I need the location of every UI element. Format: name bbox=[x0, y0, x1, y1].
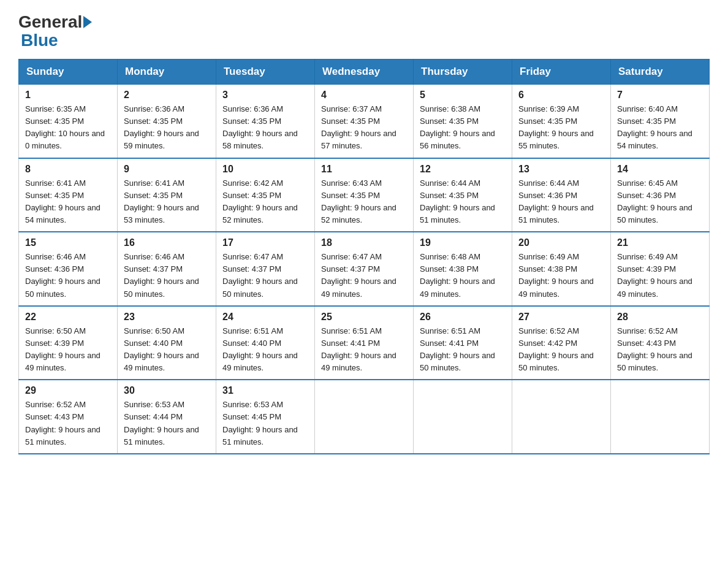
calendar-cell: 10Sunrise: 6:42 AMSunset: 4:35 PMDayligh… bbox=[216, 158, 315, 232]
day-info: Sunrise: 6:52 AMSunset: 4:43 PMDaylight:… bbox=[25, 400, 100, 446]
calendar-table: SundayMondayTuesdayWednesdayThursdayFrid… bbox=[18, 59, 710, 454]
day-number: 6 bbox=[518, 90, 604, 101]
calendar-cell: 17Sunrise: 6:47 AMSunset: 4:37 PMDayligh… bbox=[216, 232, 315, 306]
day-info: Sunrise: 6:36 AMSunset: 4:35 PMDaylight:… bbox=[124, 104, 199, 150]
day-info: Sunrise: 6:51 AMSunset: 4:41 PMDaylight:… bbox=[321, 326, 396, 372]
day-number: 24 bbox=[222, 312, 308, 323]
header-saturday: Saturday bbox=[611, 59, 710, 85]
calendar-cell: 12Sunrise: 6:44 AMSunset: 4:35 PMDayligh… bbox=[414, 158, 512, 232]
day-info: Sunrise: 6:41 AMSunset: 4:35 PMDaylight:… bbox=[25, 178, 100, 224]
calendar-cell: 30Sunrise: 6:53 AMSunset: 4:44 PMDayligh… bbox=[118, 380, 216, 454]
logo: General Blue bbox=[18, 12, 93, 47]
calendar-cell: 14Sunrise: 6:45 AMSunset: 4:36 PMDayligh… bbox=[611, 158, 710, 232]
day-number: 26 bbox=[420, 312, 506, 323]
day-number: 21 bbox=[617, 237, 703, 248]
header-thursday: Thursday bbox=[414, 59, 512, 85]
calendar-cell: 11Sunrise: 6:43 AMSunset: 4:35 PMDayligh… bbox=[315, 158, 414, 232]
day-info: Sunrise: 6:53 AMSunset: 4:44 PMDaylight:… bbox=[124, 400, 199, 446]
day-info: Sunrise: 6:35 AMSunset: 4:35 PMDaylight:… bbox=[25, 104, 105, 150]
calendar-cell: 8Sunrise: 6:41 AMSunset: 4:35 PMDaylight… bbox=[19, 158, 118, 232]
day-number: 14 bbox=[617, 164, 703, 175]
calendar-cell bbox=[315, 380, 414, 454]
calendar-cell: 9Sunrise: 6:41 AMSunset: 4:35 PMDaylight… bbox=[118, 158, 216, 232]
calendar-week-row: 8Sunrise: 6:41 AMSunset: 4:35 PMDaylight… bbox=[19, 158, 710, 232]
day-info: Sunrise: 6:38 AMSunset: 4:35 PMDaylight:… bbox=[420, 104, 495, 150]
day-number: 16 bbox=[124, 237, 210, 248]
page-header: General Blue bbox=[18, 12, 710, 47]
day-info: Sunrise: 6:39 AMSunset: 4:35 PMDaylight:… bbox=[518, 104, 594, 150]
day-number: 4 bbox=[321, 90, 407, 101]
calendar-cell: 26Sunrise: 6:51 AMSunset: 4:41 PMDayligh… bbox=[414, 306, 512, 380]
day-info: Sunrise: 6:40 AMSunset: 4:35 PMDaylight:… bbox=[617, 104, 692, 150]
day-info: Sunrise: 6:49 AMSunset: 4:39 PMDaylight:… bbox=[617, 252, 692, 298]
day-number: 28 bbox=[617, 312, 703, 323]
day-number: 2 bbox=[124, 90, 210, 101]
header-friday: Friday bbox=[512, 59, 611, 85]
day-number: 22 bbox=[25, 312, 111, 323]
day-info: Sunrise: 6:48 AMSunset: 4:38 PMDaylight:… bbox=[420, 252, 495, 298]
calendar-cell: 1Sunrise: 6:35 AMSunset: 4:35 PMDaylight… bbox=[19, 85, 118, 158]
calendar-cell: 13Sunrise: 6:44 AMSunset: 4:36 PMDayligh… bbox=[512, 158, 611, 232]
header-wednesday: Wednesday bbox=[315, 59, 414, 85]
day-number: 3 bbox=[222, 90, 308, 101]
logo-general-part: General bbox=[18, 12, 82, 32]
calendar-cell: 7Sunrise: 6:40 AMSunset: 4:35 PMDaylight… bbox=[611, 85, 710, 158]
calendar-cell: 23Sunrise: 6:50 AMSunset: 4:40 PMDayligh… bbox=[118, 306, 216, 380]
day-number: 29 bbox=[25, 385, 111, 396]
day-info: Sunrise: 6:52 AMSunset: 4:42 PMDaylight:… bbox=[518, 326, 594, 372]
day-info: Sunrise: 6:36 AMSunset: 4:35 PMDaylight:… bbox=[222, 104, 298, 150]
calendar-cell: 25Sunrise: 6:51 AMSunset: 4:41 PMDayligh… bbox=[315, 306, 414, 380]
day-number: 27 bbox=[518, 312, 604, 323]
day-info: Sunrise: 6:49 AMSunset: 4:38 PMDaylight:… bbox=[518, 252, 594, 298]
calendar-cell: 3Sunrise: 6:36 AMSunset: 4:35 PMDaylight… bbox=[216, 85, 315, 158]
calendar-week-row: 22Sunrise: 6:50 AMSunset: 4:39 PMDayligh… bbox=[19, 306, 710, 380]
calendar-cell: 2Sunrise: 6:36 AMSunset: 4:35 PMDaylight… bbox=[118, 85, 216, 158]
day-number: 17 bbox=[222, 237, 308, 248]
day-number: 10 bbox=[222, 164, 308, 175]
day-number: 15 bbox=[25, 237, 111, 248]
logo-blue-text: Blue bbox=[21, 31, 58, 50]
calendar-cell bbox=[512, 380, 611, 454]
day-number: 23 bbox=[124, 312, 210, 323]
day-number: 12 bbox=[420, 164, 506, 175]
day-info: Sunrise: 6:44 AMSunset: 4:35 PMDaylight:… bbox=[420, 178, 495, 224]
day-info: Sunrise: 6:43 AMSunset: 4:35 PMDaylight:… bbox=[321, 178, 396, 224]
day-number: 9 bbox=[124, 164, 210, 175]
day-number: 7 bbox=[617, 90, 703, 101]
day-number: 8 bbox=[25, 164, 111, 175]
day-info: Sunrise: 6:51 AMSunset: 4:41 PMDaylight:… bbox=[420, 326, 495, 372]
calendar-cell: 4Sunrise: 6:37 AMSunset: 4:35 PMDaylight… bbox=[315, 85, 414, 158]
day-number: 18 bbox=[321, 237, 407, 248]
calendar-cell: 20Sunrise: 6:49 AMSunset: 4:38 PMDayligh… bbox=[512, 232, 611, 306]
day-number: 30 bbox=[124, 385, 210, 396]
calendar-week-row: 15Sunrise: 6:46 AMSunset: 4:36 PMDayligh… bbox=[19, 232, 710, 306]
calendar-cell: 28Sunrise: 6:52 AMSunset: 4:43 PMDayligh… bbox=[611, 306, 710, 380]
day-number: 13 bbox=[518, 164, 604, 175]
calendar-cell: 6Sunrise: 6:39 AMSunset: 4:35 PMDaylight… bbox=[512, 85, 611, 158]
day-info: Sunrise: 6:46 AMSunset: 4:36 PMDaylight:… bbox=[25, 252, 100, 298]
day-number: 31 bbox=[222, 385, 308, 396]
calendar-cell: 19Sunrise: 6:48 AMSunset: 4:38 PMDayligh… bbox=[414, 232, 512, 306]
logo-arrow-icon bbox=[83, 16, 92, 28]
calendar-cell: 5Sunrise: 6:38 AMSunset: 4:35 PMDaylight… bbox=[414, 85, 512, 158]
day-info: Sunrise: 6:41 AMSunset: 4:35 PMDaylight:… bbox=[124, 178, 199, 224]
header-monday: Monday bbox=[118, 59, 216, 85]
calendar-cell: 27Sunrise: 6:52 AMSunset: 4:42 PMDayligh… bbox=[512, 306, 611, 380]
day-number: 5 bbox=[420, 90, 506, 101]
day-info: Sunrise: 6:53 AMSunset: 4:45 PMDaylight:… bbox=[222, 400, 298, 446]
day-number: 25 bbox=[321, 312, 407, 323]
calendar-cell bbox=[414, 380, 512, 454]
day-info: Sunrise: 6:47 AMSunset: 4:37 PMDaylight:… bbox=[321, 252, 396, 298]
day-info: Sunrise: 6:50 AMSunset: 4:40 PMDaylight:… bbox=[124, 326, 199, 372]
day-number: 1 bbox=[25, 90, 111, 101]
calendar-week-row: 29Sunrise: 6:52 AMSunset: 4:43 PMDayligh… bbox=[19, 380, 710, 454]
day-info: Sunrise: 6:44 AMSunset: 4:36 PMDaylight:… bbox=[518, 178, 594, 224]
calendar-header-row: SundayMondayTuesdayWednesdayThursdayFrid… bbox=[19, 59, 710, 85]
calendar-cell: 24Sunrise: 6:51 AMSunset: 4:40 PMDayligh… bbox=[216, 306, 315, 380]
day-info: Sunrise: 6:52 AMSunset: 4:43 PMDaylight:… bbox=[617, 326, 692, 372]
day-number: 11 bbox=[321, 164, 407, 175]
calendar-cell: 31Sunrise: 6:53 AMSunset: 4:45 PMDayligh… bbox=[216, 380, 315, 454]
day-number: 20 bbox=[518, 237, 604, 248]
header-sunday: Sunday bbox=[19, 59, 118, 85]
calendar-week-row: 1Sunrise: 6:35 AMSunset: 4:35 PMDaylight… bbox=[19, 85, 710, 158]
